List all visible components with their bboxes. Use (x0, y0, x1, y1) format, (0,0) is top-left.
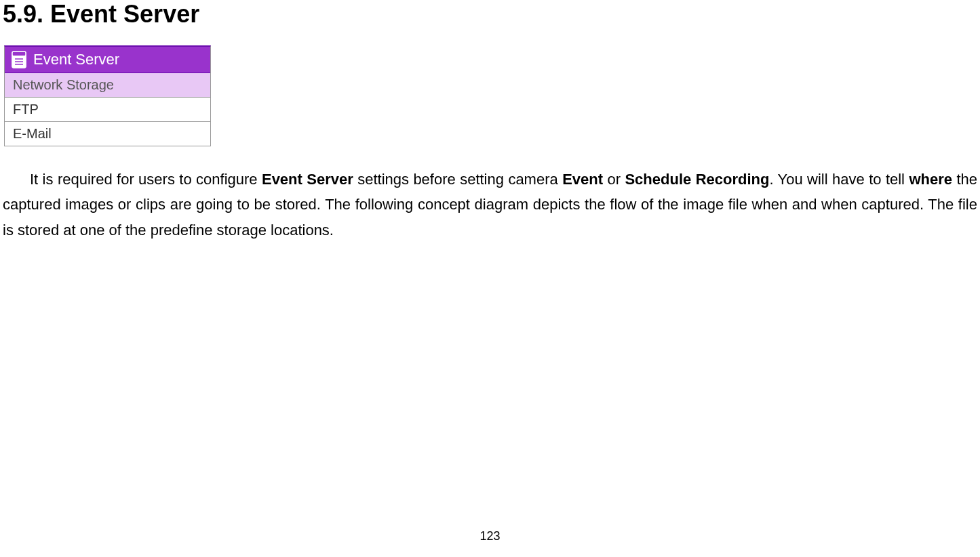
bold-text: Schedule Recording (625, 171, 769, 188)
menu-item-label: FTP (13, 102, 39, 117)
text-segment: settings before setting camera (353, 171, 562, 188)
text-segment: . You will have to tell (769, 171, 909, 188)
event-server-menu: Event Server Network Storage FTP E-Mail (4, 45, 211, 146)
bold-text: where (909, 171, 952, 188)
menu-header[interactable]: Event Server (5, 47, 210, 73)
bold-text: Event Server (262, 171, 353, 188)
menu-item-ftp[interactable]: FTP (5, 98, 210, 122)
bold-text: Event (562, 171, 603, 188)
menu-item-network-storage[interactable]: Network Storage (5, 73, 210, 98)
menu-item-email[interactable]: E-Mail (5, 122, 210, 146)
page-number: 123 (479, 529, 500, 543)
body-paragraph: It is required for users to configure Ev… (0, 167, 980, 243)
svg-rect-1 (12, 51, 26, 56)
text-segment: It is required for users to configure (30, 171, 262, 188)
text-segment: or (603, 171, 625, 188)
section-heading: 5.9. Event Server (0, 0, 980, 45)
storage-icon (12, 51, 26, 68)
menu-item-label: E-Mail (13, 126, 52, 141)
menu-header-label: Event Server (33, 51, 119, 68)
menu-item-label: Network Storage (13, 77, 114, 92)
